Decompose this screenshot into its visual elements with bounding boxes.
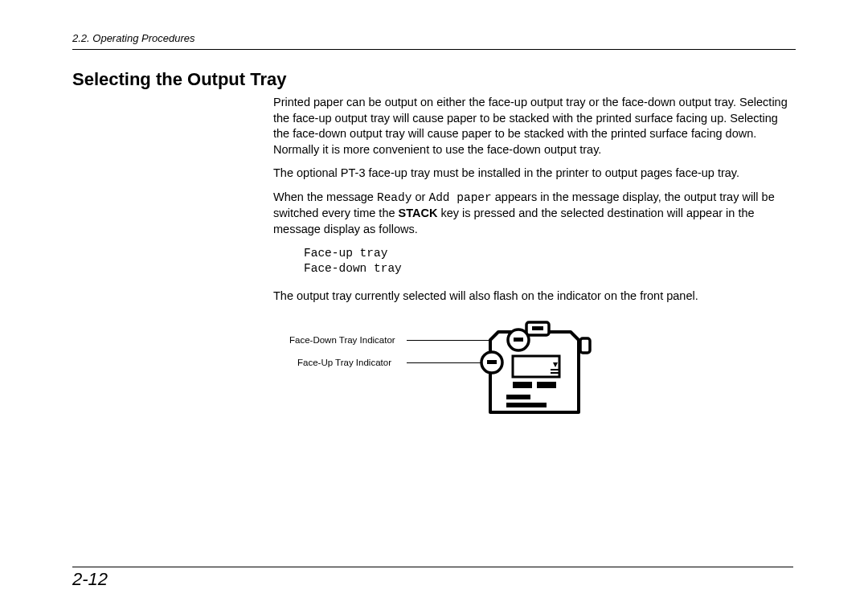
- svg-rect-3: [514, 338, 523, 342]
- message-display-sample: Face-up tray Face-down tray: [304, 246, 796, 277]
- svg-rect-7: [551, 369, 560, 370]
- svg-rect-11: [506, 395, 530, 399]
- svg-rect-9: [513, 382, 532, 388]
- face-up-indicator-label: Face-Up Tray Indicator: [297, 357, 391, 370]
- paragraph-4: The output tray currently selected will …: [273, 289, 796, 305]
- svg-rect-4: [487, 360, 497, 364]
- page-number: 2-12: [72, 567, 793, 590]
- face-down-indicator-label: Face-Down Tray Indicator: [289, 334, 395, 347]
- section-heading: Selecting the Output Tray: [72, 69, 796, 90]
- running-header: 2.2. Operating Procedures: [72, 32, 796, 50]
- svg-rect-1: [532, 326, 543, 330]
- addpaper-keyword: Add paper: [428, 191, 491, 204]
- paragraph-2: The optional PT-3 face-up tray must be i…: [273, 166, 796, 182]
- paragraph-3: When the message Ready or Add paper appe…: [273, 190, 796, 238]
- manual-page: 2.2. Operating Procedures Selecting the …: [0, 0, 868, 614]
- printer-icon: [474, 316, 603, 428]
- svg-rect-12: [506, 403, 547, 407]
- indicator-figure: Face-Down Tray Indicator Face-Up Tray In…: [273, 312, 796, 448]
- p3-text: or: [411, 190, 428, 203]
- svg-rect-10: [537, 382, 556, 388]
- svg-rect-2: [580, 338, 590, 353]
- svg-rect-8: [551, 372, 560, 374]
- p3-text: When the message: [273, 190, 377, 203]
- ready-keyword: Ready: [377, 191, 412, 204]
- body-text: Printed paper can be output on either th…: [273, 95, 796, 448]
- stack-key: STACK: [399, 207, 438, 219]
- svg-rect-5: [513, 356, 559, 377]
- paragraph-1: Printed paper can be output on either th…: [273, 95, 796, 158]
